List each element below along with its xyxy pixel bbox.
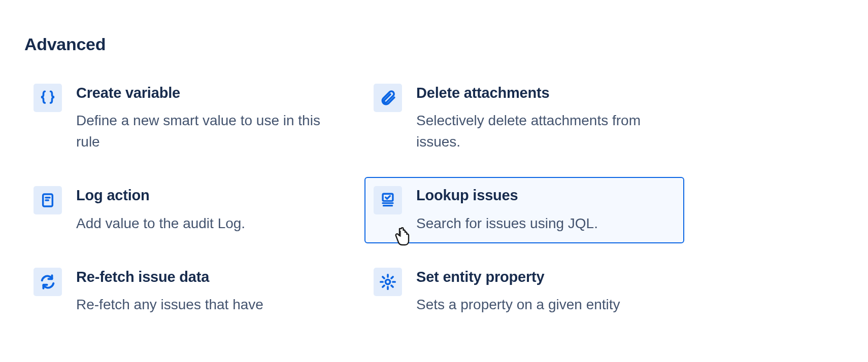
card-desc: Sets a property on a given entity [416,294,674,315]
card-re-fetch-issue-data[interactable]: Re-fetch issue data Re-fetch any issues … [24,259,344,324]
card-desc: Define a new smart value to use in this … [76,110,334,153]
card-desc: Add value to the audit Log. [76,213,334,234]
card-set-entity-property[interactable]: Set entity property Sets a property on a… [364,259,684,324]
card-title: Log action [76,186,334,204]
braces-icon [34,84,62,112]
card-title: Lookup issues [416,186,674,204]
svg-point-7 [385,279,390,284]
gear-icon [374,268,402,296]
document-icon [34,186,62,214]
card-desc: Re-fetch any issues that have [76,294,334,315]
card-delete-attachments[interactable]: Delete attachments Selectively delete at… [364,75,684,162]
action-grid: Create variable Define a new smart value… [24,75,684,324]
card-title: Create variable [76,84,334,102]
card-body: Log action Add value to the audit Log. [76,186,334,234]
card-body: Create variable Define a new smart value… [76,84,334,153]
card-title: Delete attachments [416,84,674,102]
pointer-cursor-icon [392,226,412,248]
card-body: Set entity property Sets a property on a… [416,268,674,315]
card-body: Re-fetch issue data Re-fetch any issues … [76,268,334,315]
card-body: Delete attachments Selectively delete at… [416,84,674,153]
card-lookup-issues[interactable]: Lookup issues Search for issues using JQ… [364,177,684,243]
section-title: Advanced [24,34,844,54]
card-desc: Selectively delete attachments from issu… [416,110,674,153]
card-log-action[interactable]: Log action Add value to the audit Log. [24,177,344,243]
card-title: Re-fetch issue data [76,268,334,286]
card-body: Lookup issues Search for issues using JQ… [416,186,674,234]
stack-check-icon [374,186,402,214]
card-create-variable[interactable]: Create variable Define a new smart value… [24,75,344,162]
card-title: Set entity property [416,268,674,286]
paperclip-icon [374,84,402,112]
refresh-icon [34,268,62,296]
card-desc: Search for issues using JQL. [416,213,674,234]
